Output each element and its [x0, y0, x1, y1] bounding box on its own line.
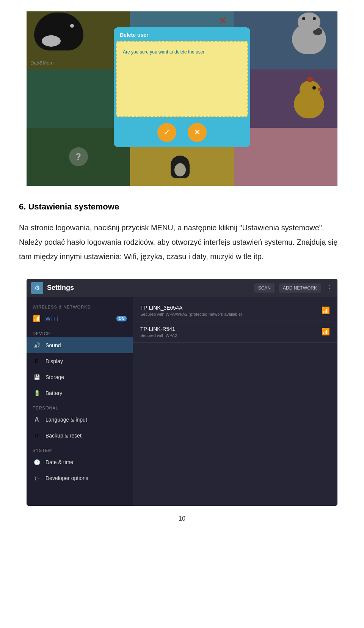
network-item-1[interactable]: TP-LINK_3E654A Secured with WPA/WPA2 (pr… [133, 300, 337, 321]
settings-screenshot: ⚙ Settings SCAN ADD NETWORK ⋮ WIRELESS &… [27, 279, 337, 506]
section-paragraph: Na stronie logowania, naciśnij przycisk … [19, 220, 345, 264]
network-name-1: TP-LINK_3E654A [140, 305, 242, 311]
cancel-button[interactable]: ✕ [188, 123, 207, 142]
dialog-body-text: Are you sure you want to delete the user [123, 49, 241, 55]
sidebar-developer-label: Developer options [46, 475, 88, 481]
network-sub-1: Secured with WPA/WPA2 (protected network… [140, 312, 242, 316]
wifi-icon: 📶 [33, 315, 41, 323]
sidebar-item-backup[interactable]: ↺ Backup & reset [27, 428, 133, 444]
dialog-content-area: Are you sure you want to delete the user [116, 41, 248, 117]
sidebar-item-language[interactable]: A Language & input [27, 412, 133, 428]
dialog-overlay: Delete user Are you sure you want to del… [27, 11, 337, 186]
settings-sidebar: WIRELESS & NETWORKS 📶 Wi-Fi ON DEVICE 🔊 … [27, 297, 133, 506]
scan-button[interactable]: SCAN [254, 283, 275, 293]
sidebar-item-sound[interactable]: 🔊 Sound [27, 337, 133, 353]
cancel-icon: ✕ [194, 127, 201, 137]
developer-icon: { } [33, 474, 41, 482]
header-menu-button[interactable]: ⋮ [325, 283, 333, 293]
display-icon: 🖥 [33, 357, 41, 365]
personal-section-label: PERSONAL [27, 401, 133, 412]
section-heading: 6. Ustawienia systemowe [19, 199, 345, 214]
wifi-signal-icon-2: 📶 [322, 327, 330, 336]
datetime-icon: 🕐 [33, 458, 41, 466]
sidebar-battery-label: Battery [46, 390, 62, 396]
sidebar-sound-label: Sound [46, 342, 61, 348]
sidebar-item-display[interactable]: 🖥 Display [27, 353, 133, 369]
wireless-section-label: WIRELESS & NETWORKS [27, 300, 133, 311]
sidebar-item-battery[interactable]: 🔋 Battery [27, 385, 133, 401]
sidebar-datetime-label: Date & time [46, 459, 73, 465]
storage-icon: 💾 [33, 373, 41, 381]
backup-icon: ↺ [33, 431, 41, 440]
language-icon: A [33, 416, 41, 424]
sidebar-storage-label: Storage [46, 374, 64, 380]
sidebar-display-label: Display [46, 358, 63, 364]
settings-content: TP-LINK_3E654A Secured with WPA/WPA2 (pr… [133, 297, 337, 506]
settings-title: Settings [47, 284, 251, 292]
system-section-label: SYSTEM [27, 444, 133, 454]
dialog-title: Delete user [114, 27, 250, 41]
sidebar-item-developer[interactable]: { } Developer options [27, 470, 133, 486]
network-item-2[interactable]: TP-LINK-R541 Secured with WPA2 📶 [133, 321, 337, 343]
sidebar-item-wifi[interactable]: 📶 Wi-Fi ON [27, 311, 133, 327]
wifi-label: Wi-Fi [46, 316, 112, 322]
sidebar-item-datetime[interactable]: 🕐 Date & time [27, 454, 133, 470]
dialog-button-row: ✓ ✕ [114, 119, 250, 147]
delete-user-dialog: Delete user Are you sure you want to del… [114, 27, 250, 147]
page-number: 10 [0, 515, 364, 522]
sidebar-backup-label: Backup & reset [46, 433, 82, 439]
wifi-toggle[interactable]: ON [116, 316, 127, 321]
text-section: 6. Ustawienia systemowe Na stronie logow… [19, 199, 345, 264]
settings-header-actions: SCAN ADD NETWORK ⋮ [254, 283, 333, 293]
add-network-button[interactable]: ADD NETWORK [279, 283, 321, 293]
settings-header: ⚙ Settings SCAN ADD NETWORK ⋮ [27, 279, 337, 297]
wifi-signal-icon-1: 📶 [322, 306, 330, 315]
battery-icon: 🔋 [33, 389, 41, 397]
confirm-icon: ✓ [163, 127, 170, 137]
settings-header-icon: ⚙ [31, 282, 43, 294]
sidebar-item-storage[interactable]: 💾 Storage [27, 369, 133, 385]
sound-icon: 🔊 [33, 341, 41, 349]
sidebar-language-label: Language & input [46, 417, 87, 423]
network-name-2: TP-LINK-R541 [140, 326, 177, 332]
settings-body: WIRELESS & NETWORKS 📶 Wi-Fi ON DEVICE 🔊 … [27, 297, 337, 506]
device-section-label: DEVICE [27, 327, 133, 337]
confirm-button[interactable]: ✓ [157, 123, 176, 142]
network-sub-2: Secured with WPA2 [140, 333, 177, 338]
app-screenshot: Dad&Mom ✕ [27, 11, 337, 186]
